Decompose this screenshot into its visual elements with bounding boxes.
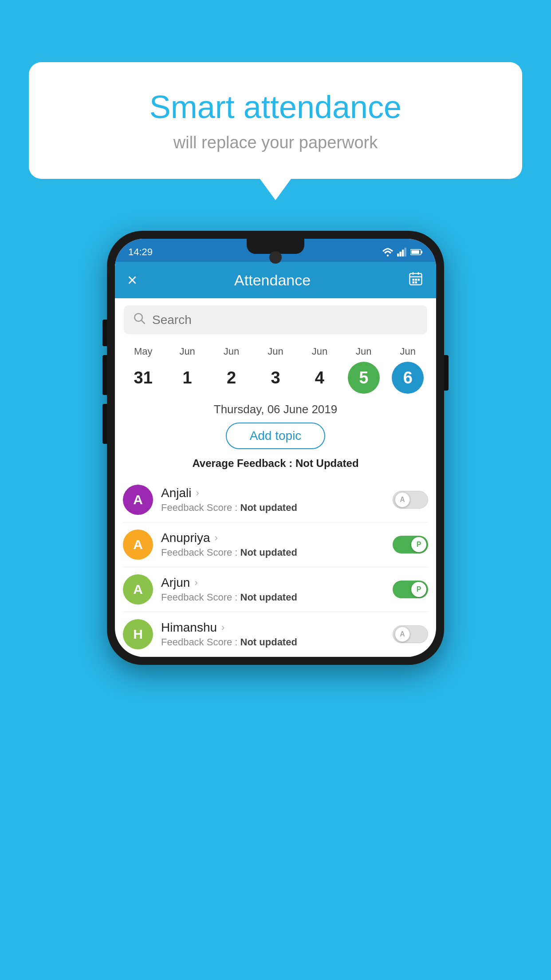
search-icon (133, 312, 146, 328)
battery-icon (410, 248, 423, 256)
student-item: AAnupriya ›Feedback Score : Not updatedP (123, 522, 428, 567)
date-item[interactable]: Jun6 (390, 346, 425, 394)
add-topic-button[interactable]: Add topic (226, 423, 326, 449)
app-bar: × Attendance (115, 262, 436, 298)
speech-bubble-container: Smart attendance will replace your paper… (29, 62, 522, 179)
svg-point-17 (134, 313, 142, 321)
svg-rect-4 (405, 248, 406, 257)
phone-notch (247, 239, 304, 254)
student-avatar: A (123, 574, 153, 605)
feedback-value: Not updated (240, 502, 297, 513)
volume-up-button (102, 320, 107, 346)
student-info: Anupriya ›Feedback Score : Not updated (161, 531, 393, 558)
date-number[interactable]: 3 (260, 362, 291, 394)
student-item: AArjun ›Feedback Score : Not updatedP (123, 567, 428, 612)
date-month: Jun (356, 346, 371, 357)
date-number[interactable]: 31 (127, 362, 159, 394)
power-button (444, 355, 449, 391)
date-item[interactable]: Jun1 (169, 346, 205, 394)
silent-button (102, 404, 107, 444)
signal-icon (397, 248, 407, 257)
phone-screen: 14:29 (115, 239, 436, 657)
student-info: Arjun ›Feedback Score : Not updated (161, 576, 393, 603)
date-month: Jun (268, 346, 283, 357)
bubble-subtitle: will replace your paperwork (64, 133, 487, 152)
student-feedback: Feedback Score : Not updated (161, 502, 393, 514)
chevron-icon: › (215, 532, 218, 544)
svg-rect-1 (397, 253, 399, 257)
status-icons (382, 248, 423, 257)
date-month: Jun (224, 346, 239, 357)
date-month: Jun (179, 346, 195, 357)
calendar-icon[interactable] (408, 271, 424, 290)
attendance-toggle-container: A (393, 625, 428, 643)
svg-rect-3 (402, 250, 404, 257)
phone-outer: 14:29 (107, 231, 444, 665)
svg-rect-2 (400, 252, 401, 257)
svg-rect-13 (415, 279, 417, 281)
student-list: AAnjali ›Feedback Score : Not updatedAAA… (115, 478, 436, 657)
wifi-icon (382, 248, 394, 257)
date-number[interactable]: 6 (392, 362, 424, 394)
date-item[interactable]: Jun4 (302, 346, 337, 394)
student-info: Anjali ›Feedback Score : Not updated (161, 486, 393, 514)
feedback-value: Not updated (240, 636, 297, 648)
student-avatar: H (123, 619, 153, 649)
svg-rect-16 (415, 281, 417, 284)
bubble-title: Smart attendance (64, 89, 487, 125)
svg-rect-12 (412, 279, 414, 281)
speech-bubble: Smart attendance will replace your paper… (29, 62, 522, 179)
date-month: May (134, 346, 153, 357)
svg-point-0 (387, 254, 389, 256)
search-input[interactable] (152, 313, 418, 327)
date-item[interactable]: May31 (126, 346, 161, 394)
feedback-value: Not updated (240, 592, 297, 603)
avg-feedback: Average Feedback : Not Updated (115, 457, 436, 470)
avg-feedback-value: Not Updated (295, 457, 359, 469)
date-number[interactable]: 4 (303, 362, 335, 394)
date-number[interactable]: 1 (171, 362, 203, 394)
date-item[interactable]: Jun3 (258, 346, 293, 394)
attendance-toggle[interactable]: A (393, 625, 428, 643)
chevron-icon: › (196, 487, 199, 499)
close-button[interactable]: × (127, 271, 137, 290)
status-time: 14:29 (128, 246, 153, 258)
toggle-thumb: P (411, 537, 426, 552)
student-item: HHimanshu ›Feedback Score : Not updatedA (123, 612, 428, 657)
date-item[interactable]: Jun5 (346, 346, 382, 394)
feedback-value: Not updated (240, 547, 297, 558)
attendance-toggle[interactable]: P (393, 581, 428, 598)
student-feedback: Feedback Score : Not updated (161, 636, 393, 648)
toggle-thumb: P (411, 582, 426, 597)
student-name[interactable]: Himanshu › (161, 620, 393, 635)
attendance-toggle-container: A (393, 491, 428, 509)
student-name[interactable]: Arjun › (161, 576, 393, 590)
attendance-toggle-container: P (393, 581, 428, 598)
svg-rect-15 (412, 281, 414, 284)
chevron-icon: › (221, 622, 224, 633)
student-name[interactable]: Anjali › (161, 486, 393, 500)
svg-rect-14 (417, 279, 420, 281)
date-item[interactable]: Jun2 (214, 346, 249, 394)
date-month: Jun (400, 346, 415, 357)
student-feedback: Feedback Score : Not updated (161, 592, 393, 603)
attendance-toggle[interactable]: P (393, 536, 428, 553)
volume-down-button (102, 355, 107, 395)
avg-feedback-label: Average Feedback : (192, 457, 295, 469)
svg-line-18 (142, 320, 145, 324)
student-name[interactable]: Anupriya › (161, 531, 393, 545)
attendance-toggle[interactable]: A (393, 491, 428, 509)
date-number[interactable]: 2 (216, 362, 248, 394)
student-info: Himanshu ›Feedback Score : Not updated (161, 620, 393, 648)
date-month: Jun (312, 346, 327, 357)
phone-mockup: 14:29 (107, 231, 444, 665)
chevron-icon: › (194, 577, 197, 589)
search-bar[interactable] (124, 305, 427, 334)
date-number[interactable]: 5 (348, 362, 380, 394)
student-item: AAnjali ›Feedback Score : Not updatedA (123, 478, 428, 522)
student-avatar: A (123, 485, 153, 515)
app-bar-title: Attendance (234, 272, 311, 289)
student-avatar: A (123, 530, 153, 560)
toggle-thumb: A (395, 627, 410, 642)
front-camera (269, 251, 282, 264)
